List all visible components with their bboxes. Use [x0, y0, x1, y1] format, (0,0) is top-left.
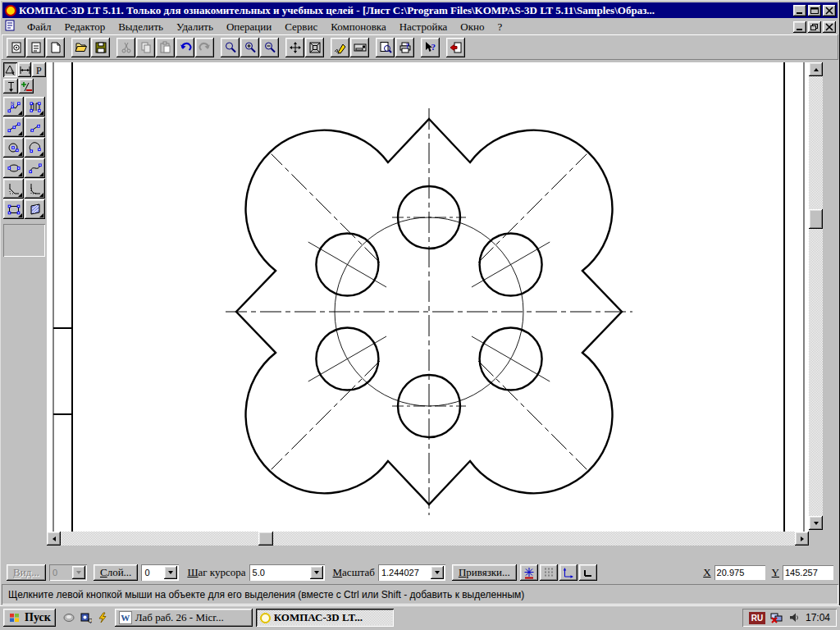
pan-button[interactable]	[285, 38, 304, 57]
dimensions-mode-button[interactable]	[18, 62, 32, 77]
line-tool[interactable]	[25, 117, 45, 137]
save-button[interactable]	[91, 38, 110, 57]
new-fragment-button[interactable]	[26, 38, 45, 57]
menu-select[interactable]: Выделить	[112, 20, 170, 34]
drawing-canvas[interactable]	[47, 62, 809, 532]
view-combo[interactable]: 0	[49, 564, 87, 581]
clock[interactable]: 17:04	[806, 612, 830, 623]
menu-file[interactable]: Файл	[21, 20, 58, 34]
winamp-icon[interactable]	[97, 612, 108, 623]
redraw-button[interactable]	[331, 38, 349, 57]
child-close-button[interactable]	[823, 21, 836, 33]
exit-button[interactable]	[446, 38, 465, 57]
status-message: Щелкните левой кнопкой мыши на объекте д…	[8, 589, 524, 600]
volume-icon[interactable]	[788, 611, 800, 624]
scroll-up-button[interactable]	[809, 62, 823, 76]
rectangle-tool[interactable]	[3, 199, 24, 219]
menu-layout[interactable]: Компоновка	[324, 20, 392, 34]
scale-combo[interactable]: 1.244027	[378, 564, 445, 581]
language-indicator[interactable]: RU	[749, 612, 765, 624]
task-word-button[interactable]: W Лаб раб. 26 - Micr...	[115, 609, 253, 627]
menu-help[interactable]: ?	[491, 20, 509, 34]
task-kompas-button[interactable]: КОМПАС-3D LT...	[256, 609, 394, 627]
special-panel-placeholder	[3, 224, 45, 257]
menu-settings[interactable]: Настройка	[393, 20, 454, 34]
contour-tool[interactable]	[25, 97, 45, 116]
start-button[interactable]: Пуск	[3, 609, 56, 627]
geometry-mode-button[interactable]	[3, 62, 17, 77]
point-polyline-tool[interactable]: N	[3, 97, 24, 116]
child-minimize-button[interactable]	[793, 21, 806, 33]
p-mode-button[interactable]: P	[32, 62, 46, 77]
ellipse-tool[interactable]	[3, 158, 24, 178]
hatch-tool[interactable]	[25, 199, 45, 219]
snaps-button[interactable]: Привязки...	[452, 564, 517, 581]
layer-combo[interactable]: 0	[141, 564, 179, 581]
icq-icon[interactable]: Q	[80, 612, 92, 623]
scroll-right-button[interactable]	[795, 532, 809, 546]
paste-button[interactable]	[156, 38, 175, 57]
y-coord-label: Y	[772, 566, 779, 579]
network-error-icon[interactable]	[769, 611, 784, 624]
menu-delete[interactable]: Удалить	[170, 20, 220, 34]
x-coord-label: X	[703, 566, 710, 579]
svg-text:P: P	[36, 65, 42, 76]
zoom-in-button[interactable]	[240, 38, 259, 57]
menu-editor[interactable]: Редактор	[58, 20, 112, 34]
open-button[interactable]	[71, 38, 90, 57]
cursor-step-combo[interactable]: 5.0	[249, 564, 325, 581]
redo-button[interactable]	[195, 38, 214, 57]
menu-operations[interactable]: Операции	[220, 20, 278, 34]
scroll-down-button[interactable]	[809, 516, 823, 530]
layer-button[interactable]: Слой...	[94, 564, 138, 581]
undo-button[interactable]	[176, 38, 194, 57]
grid-toggle[interactable]	[540, 564, 558, 581]
new-document-button[interactable]	[46, 38, 65, 57]
maximize-button[interactable]	[808, 5, 821, 16]
quick-launch: Q	[62, 612, 108, 623]
zoom-window-button[interactable]	[221, 38, 240, 57]
desktop-icon[interactable]	[62, 612, 75, 623]
menubar: Файл Редактор Выделить Удалить Операции …	[2, 19, 838, 34]
minimize-button[interactable]	[793, 5, 806, 16]
arc-tool[interactable]	[25, 138, 45, 158]
bezier-tool[interactable]	[25, 158, 45, 178]
ortho-toggle[interactable]	[579, 564, 597, 581]
fit-view-button[interactable]	[305, 38, 324, 57]
chamfer-tool[interactable]	[3, 179, 24, 199]
plus-minus-button[interactable]	[19, 79, 34, 94]
copy-button[interactable]	[136, 38, 155, 57]
context-help-button[interactable]: ?	[421, 38, 440, 57]
scroll-left-button[interactable]	[47, 532, 61, 546]
vertical-scroll-thumb[interactable]	[809, 209, 823, 229]
print-preview-button[interactable]	[376, 38, 395, 57]
horizontal-scrollbar[interactable]	[47, 532, 809, 546]
menu-service[interactable]: Сервис	[278, 20, 324, 34]
cursor-step-label: Шаг курсора	[187, 566, 245, 579]
control-panel-button[interactable]	[350, 38, 369, 57]
circle-tool[interactable]	[3, 138, 24, 158]
message-bar: Щелкните левой кнопкой мыши на объекте д…	[2, 584, 838, 605]
y-coord-field[interactable]: 145.257	[783, 565, 833, 580]
zoom-out-button[interactable]	[260, 38, 279, 57]
params-bar: Вид... 0 Слой... 0 Шаг курсора 5.0 Масшт…	[2, 561, 838, 584]
close-button[interactable]	[823, 5, 836, 16]
fillet-tool[interactable]	[25, 179, 45, 199]
segment-tool[interactable]	[3, 117, 24, 137]
new-sheet-button[interactable]	[7, 38, 25, 57]
system-tray: RU 17:04	[742, 609, 837, 627]
print-button[interactable]: ?	[395, 38, 414, 57]
attach-button[interactable]	[3, 79, 18, 94]
kompas-app-icon[interactable]	[5, 5, 16, 16]
view-button[interactable]: Вид...	[7, 564, 46, 581]
vertical-scrollbar[interactable]	[809, 62, 823, 530]
horizontal-scroll-thumb[interactable]	[258, 532, 273, 546]
document-icon[interactable]	[5, 20, 16, 34]
child-restore-button[interactable]	[808, 21, 821, 33]
cut-button[interactable]	[116, 38, 135, 57]
kompas-window: КОМПАС-3D LT 5.11. Только для ознакомите…	[0, 0, 840, 630]
x-coord-field[interactable]: 20.975	[714, 565, 765, 580]
local-cs-toggle[interactable]	[559, 564, 578, 581]
menu-window[interactable]: Окно	[454, 20, 491, 34]
snap-toggle[interactable]	[520, 564, 538, 581]
